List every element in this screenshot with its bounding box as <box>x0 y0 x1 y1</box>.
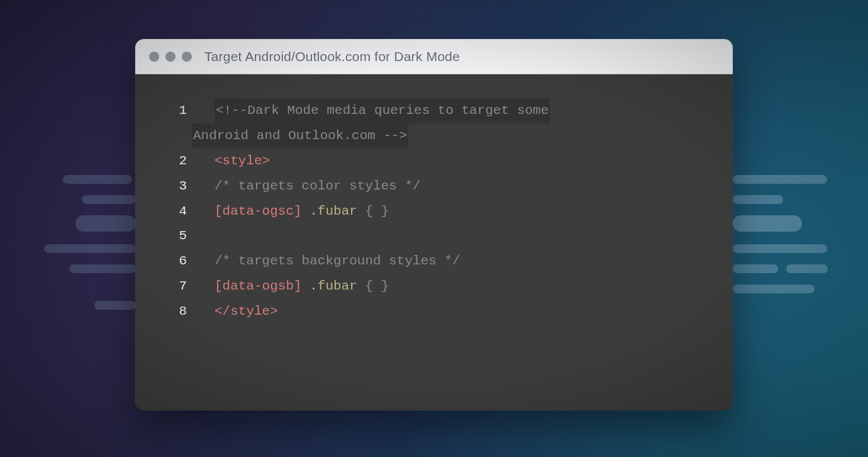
code-content: /* targets background styles */ <box>214 249 708 274</box>
line-number: 3 <box>167 174 192 199</box>
code-window: Target Android/Outlook.com for Dark Mode… <box>135 39 733 410</box>
deco-bar <box>44 244 136 253</box>
code-line: 7 [data-ogsb] .fubar { } <box>167 274 708 299</box>
code-line: 6 /* targets background styles */ <box>167 249 708 274</box>
window-title: Target Android/Outlook.com for Dark Mode <box>204 49 460 64</box>
deco-bar <box>733 285 815 293</box>
deco-bar <box>733 264 778 273</box>
deco-bar <box>733 175 827 184</box>
window-titlebar: Target Android/Outlook.com for Dark Mode <box>135 39 733 74</box>
deco-bar <box>75 215 136 232</box>
line-number: 4 <box>167 199 192 224</box>
deco-bar <box>69 264 136 273</box>
line-number: 5 <box>167 223 192 249</box>
code-content: Android and Outlook.com --> <box>192 123 708 149</box>
code-content: </style> <box>214 299 708 324</box>
deco-bar <box>733 195 783 204</box>
code-line: 4 [data-ogsc] .fubar { } <box>167 199 708 224</box>
code-content: <style> <box>214 149 708 174</box>
deco-bar <box>786 264 828 273</box>
code-line: 3 /* targets color styles */ <box>167 174 708 199</box>
deco-bar <box>733 215 802 232</box>
line-number: 2 <box>167 149 192 174</box>
code-line: 2 <style> <box>167 149 708 174</box>
deco-bar <box>94 301 136 310</box>
traffic-minimize-icon[interactable] <box>165 52 175 62</box>
code-line: 5 <box>167 223 708 249</box>
line-number: 8 <box>167 299 192 324</box>
code-content: [data-ogsc] .fubar { } <box>214 199 708 224</box>
code-line: 1 <!--Dark Mode media queries to target … <box>167 98 708 123</box>
code-content: /* targets color styles */ <box>214 174 708 199</box>
code-line: 8 </style> <box>167 299 708 324</box>
line-number: 6 <box>167 249 192 274</box>
line-number: 7 <box>167 274 192 299</box>
code-content: <!--Dark Mode media queries to target so… <box>214 98 708 123</box>
traffic-zoom-icon[interactable] <box>182 52 192 62</box>
traffic-close-icon[interactable] <box>149 52 159 62</box>
deco-bar <box>63 175 132 184</box>
code-line-wrap: Android and Outlook.com --> <box>167 123 708 149</box>
line-number: 1 <box>167 98 192 123</box>
code-editor[interactable]: 1 <!--Dark Mode media queries to target … <box>135 74 733 410</box>
traffic-lights <box>149 52 192 62</box>
code-content <box>214 223 708 249</box>
deco-bar <box>82 195 136 204</box>
code-content: [data-ogsb] .fubar { } <box>214 274 708 299</box>
deco-bar <box>733 244 827 253</box>
